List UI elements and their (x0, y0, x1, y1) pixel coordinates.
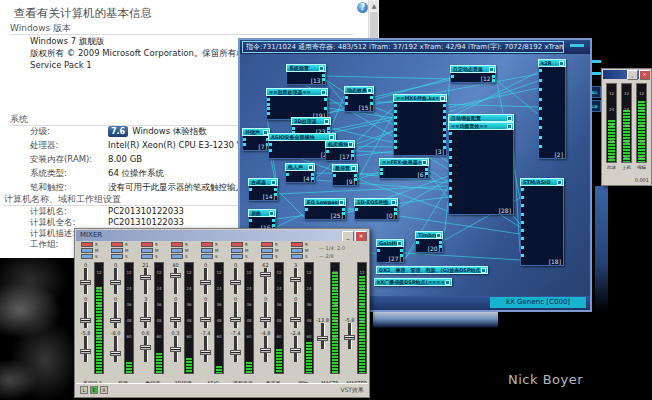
dsp-node-title[interactable]: 自动增益配置 (448, 114, 514, 122)
fader-mid-thumb[interactable] (80, 318, 91, 323)
input-pin-icon[interactable] (521, 204, 524, 207)
output-pin-icon[interactable] (274, 193, 277, 196)
input-pin-icon[interactable] (539, 88, 542, 91)
input-pin-icon[interactable] (539, 98, 542, 101)
input-pin-icon[interactable] (267, 112, 270, 115)
dsp-node-title[interactable]: STM/ASIO (520, 178, 564, 186)
node-collapse-icon[interactable] (507, 124, 512, 129)
node-collapse-icon[interactable] (440, 96, 445, 101)
dsp-node[interactable]: 电人声[4] (285, 163, 315, 183)
input-pin-icon[interactable] (521, 237, 524, 240)
node-collapse-icon[interactable] (351, 166, 356, 171)
fader-mid-thumb[interactable] (170, 317, 181, 322)
dsp-node[interactable]: 机架模块[17] (325, 140, 355, 161)
input-pin-icon[interactable] (521, 188, 524, 191)
output-pin-icon[interactable] (400, 249, 403, 252)
input-pin-icon[interactable] (249, 219, 252, 222)
output-pin-icon[interactable] (324, 107, 327, 110)
input-pin-icon[interactable] (267, 103, 270, 106)
fader-mid-thumb[interactable] (260, 317, 271, 322)
route-button[interactable] (261, 254, 273, 259)
mute-button[interactable] (201, 242, 213, 247)
node-collapse-icon[interactable] (367, 88, 372, 93)
route-button[interactable] (81, 254, 93, 259)
dsp-node[interactable]: 1D-EQ5环绕[0] (354, 198, 398, 220)
input-pin-icon[interactable] (539, 79, 542, 82)
node-collapse-icon[interactable] (489, 67, 494, 72)
fader-mid-track[interactable] (174, 302, 178, 328)
input-pin-icon[interactable] (539, 69, 542, 72)
output-pin-icon[interactable] (342, 212, 345, 215)
node-collapse-icon[interactable] (391, 200, 396, 205)
input-pin-icon[interactable] (380, 168, 383, 171)
route-button[interactable] (171, 254, 183, 259)
output-pin-icon[interactable] (394, 212, 397, 215)
route-button[interactable] (291, 248, 303, 253)
dsp-title-bar[interactable]: 指令:731/1024 通用寄存器: 483/512 iTram: 37/192… (240, 40, 590, 54)
fader-bottom-thumb[interactable] (260, 348, 271, 353)
route-button[interactable] (261, 248, 273, 253)
input-pin-icon[interactable] (269, 143, 272, 146)
input-pin-icon[interactable] (539, 117, 542, 120)
route-button[interactable] (231, 248, 243, 253)
peak-title-bar[interactable]: _ × (603, 70, 650, 79)
output-pin-icon[interactable] (425, 172, 428, 175)
dsp-node[interactable]: STM/ASIO[18] (520, 178, 564, 266)
fader-bottom-track[interactable] (114, 336, 118, 362)
fader-mid-thumb[interactable] (200, 317, 211, 322)
output-pin-icon[interactable] (354, 178, 357, 181)
master-fader-track[interactable] (348, 323, 352, 349)
input-pin-icon[interactable] (394, 128, 397, 131)
node-collapse-icon[interactable] (319, 66, 324, 71)
input-pin-icon[interactable] (449, 187, 452, 190)
output-pin-icon[interactable] (443, 110, 446, 113)
minimize-icon[interactable] (570, 44, 584, 47)
mute-button[interactable] (261, 242, 273, 247)
dsp-node-title[interactable]: DX2、兼容、管理、电源、(G)波表DSP站点 (376, 266, 488, 274)
input-pin-icon[interactable] (249, 188, 252, 191)
output-pin-icon[interactable] (370, 102, 373, 105)
fader-bottom-thumb[interactable] (170, 347, 181, 352)
dsp-node[interactable]: 动态效果[15] (344, 86, 374, 112)
system-value[interactable]: Windows 体验指数 (132, 126, 207, 136)
output-pin-icon[interactable] (443, 116, 446, 119)
input-pin-icon[interactable] (539, 126, 542, 129)
route-button[interactable] (201, 254, 213, 259)
input-pin-icon[interactable] (416, 241, 419, 244)
input-pin-icon[interactable] (449, 179, 452, 182)
input-pin-icon[interactable] (305, 208, 308, 211)
dsp-node[interactable]: 系统前置[13] (286, 64, 326, 85)
mixer-title-bar[interactable]: MIXER _ × (76, 230, 368, 241)
input-pin-icon[interactable] (539, 136, 542, 139)
input-pin-icon[interactable] (521, 221, 524, 224)
input-pin-icon[interactable] (449, 195, 452, 198)
dsp-node[interactable]: 最传音[9] (332, 164, 358, 186)
dsp-node-title[interactable]: k2R (538, 59, 566, 67)
footer-button-l[interactable]: L (80, 386, 88, 394)
mute-button[interactable] (141, 242, 153, 247)
input-pin-icon[interactable] (269, 149, 272, 152)
node-collapse-icon[interactable] (321, 90, 326, 95)
minimize-button[interactable]: _ (627, 70, 638, 80)
fader-bottom-thumb[interactable] (140, 345, 151, 350)
output-pin-icon[interactable] (354, 174, 357, 177)
input-pin-icon[interactable] (449, 156, 452, 159)
input-pin-icon[interactable] (449, 203, 452, 206)
fader-mid-thumb[interactable] (140, 317, 151, 322)
node-collapse-icon[interactable] (271, 180, 276, 185)
dsp-node-title[interactable]: EQ Lowpass (304, 198, 346, 206)
route-button[interactable] (201, 248, 213, 253)
route-button[interactable] (171, 248, 183, 253)
fader-bottom-track[interactable] (264, 336, 268, 362)
node-collapse-icon[interactable] (324, 119, 329, 124)
input-pin-icon[interactable] (449, 148, 452, 151)
dsp-node-title[interactable]: 原曲 (248, 209, 276, 217)
dsp-node-title[interactable]: ==FFX-效果器== (379, 158, 429, 166)
output-pin-icon[interactable] (274, 188, 277, 191)
dsp-node[interactable]: ==FFX-效果器==[6] (379, 158, 429, 179)
mute-button[interactable] (231, 242, 243, 247)
fader-top-track[interactable] (84, 268, 88, 294)
node-collapse-icon[interactable] (397, 241, 402, 246)
node-collapse-icon[interactable] (559, 61, 564, 66)
fader-top-thumb[interactable] (140, 275, 151, 280)
